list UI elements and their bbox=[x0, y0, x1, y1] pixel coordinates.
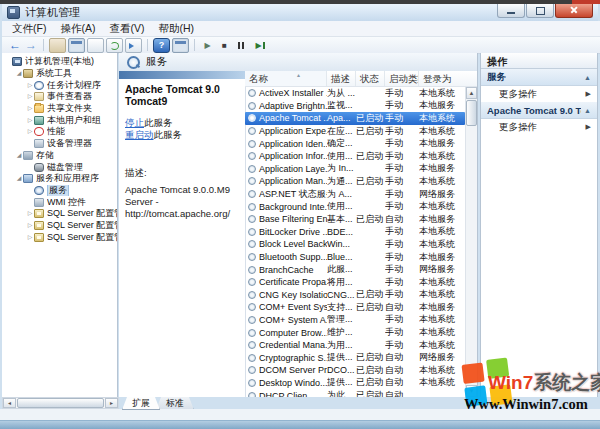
service-row[interactable]: Desktop Windo... 提供... 已启动 自动 本地系统 bbox=[245, 377, 465, 390]
refresh-icon[interactable] bbox=[106, 38, 123, 53]
scrollbar-thumb[interactable] bbox=[17, 398, 104, 408]
expander-icon[interactable]: ▷ bbox=[26, 80, 34, 91]
export-list-icon[interactable] bbox=[125, 38, 142, 53]
menu-help[interactable]: 帮助(H) bbox=[151, 22, 201, 36]
maximize-button[interactable] bbox=[526, 4, 554, 18]
service-row[interactable]: Certificate Propa... 将用... 手动 本地系统 bbox=[245, 276, 465, 289]
service-row[interactable]: COM+ Event Sys... 支持... 已启动 自动 本地服务 bbox=[245, 301, 465, 314]
minimize-button[interactable] bbox=[497, 4, 525, 18]
service-row[interactable]: Credential Mana... 为用... 手动 本地系统 bbox=[245, 339, 465, 352]
collapse-icon[interactable]: ▲ bbox=[584, 74, 591, 81]
service-row[interactable]: Background Inte... 使用... 手动 本地系统 bbox=[245, 200, 465, 213]
restart-service-icon[interactable] bbox=[251, 39, 266, 52]
pause-service-icon[interactable] bbox=[234, 39, 249, 52]
service-row[interactable]: Application Laye... 为 In... 手动 本地服务 bbox=[245, 163, 465, 176]
service-gear-icon bbox=[248, 177, 256, 185]
expander-icon[interactable]: ◢ bbox=[15, 68, 23, 79]
tree-item[interactable]: ▷ 任务计划程序 bbox=[2, 79, 117, 91]
tree-item[interactable]: ◢ 系统工具 bbox=[2, 68, 117, 80]
menu-view[interactable]: 查看(V) bbox=[102, 22, 151, 36]
service-row[interactable]: DCOM Server Pr... DCO... 已启动 自动 本地系统 bbox=[245, 364, 465, 377]
expander-icon[interactable]: ▷ bbox=[26, 103, 34, 114]
scroll-left-icon[interactable]: ◂ bbox=[3, 398, 16, 408]
expander-icon[interactable]: ◢ bbox=[15, 173, 23, 184]
column-header-description[interactable]: 描述 bbox=[327, 71, 356, 86]
service-row[interactable]: Computer Brow... 维护... 手动 本地系统 bbox=[245, 326, 465, 339]
menu-file[interactable]: 文件(F) bbox=[5, 22, 53, 36]
column-header-startup-type[interactable]: 启动类型 bbox=[385, 71, 419, 86]
tree-item[interactable]: ◢ 服务和应用程序 bbox=[2, 173, 117, 185]
stop-service-icon[interactable] bbox=[217, 39, 232, 52]
back-icon[interactable] bbox=[8, 39, 22, 52]
scrollbar-thumb[interactable] bbox=[466, 100, 477, 126]
service-row[interactable]: Application Expe... 在应... 已启动 手动 本地系统 bbox=[245, 125, 465, 138]
start-service-icon[interactable] bbox=[200, 39, 215, 52]
service-row[interactable]: Apache Tomcat ... Apa... 已启动 手动 本地系统 bbox=[245, 112, 465, 125]
service-gear-icon bbox=[248, 114, 256, 122]
tools-icon bbox=[23, 69, 33, 78]
tree-item[interactable]: ▷ 事件查看器 bbox=[2, 91, 117, 103]
tree-item[interactable]: WMI 控件 bbox=[2, 196, 117, 208]
service-row[interactable]: BitLocker Drive ... BDE... 手动 本地系统 bbox=[245, 226, 465, 239]
tree-item[interactable]: ▷ SQL Server 配置管理器 bbox=[2, 208, 117, 220]
service-row[interactable]: Adaptive Brightn... 监视... 手动 本地服务 bbox=[245, 100, 465, 113]
titlebar[interactable]: 计算机管理 bbox=[2, 4, 598, 22]
tree-item[interactable]: ▷ 性能 bbox=[2, 126, 117, 138]
column-header-status[interactable]: 状态 bbox=[356, 71, 385, 86]
tree-item[interactable]: ▷ 本地用户和组 bbox=[2, 114, 117, 126]
expander-icon[interactable]: ▷ bbox=[26, 126, 34, 137]
column-header-name[interactable]: 名称▴ bbox=[245, 71, 327, 86]
tree-item[interactable]: ▷ SQL Server 配置管理器 bbox=[2, 231, 117, 243]
service-row[interactable]: Base Filtering En... 基本... 已启动 自动 本地服务 bbox=[245, 213, 465, 226]
expander-icon[interactable]: ◢ bbox=[15, 150, 23, 161]
menu-action[interactable]: 操作(A) bbox=[53, 22, 102, 36]
tree-item[interactable]: 设备管理器 bbox=[2, 138, 117, 150]
service-row[interactable]: Cryptographic S... 提供... 已启动 自动 网络服务 bbox=[245, 351, 465, 364]
expander-icon[interactable]: ▷ bbox=[26, 115, 34, 126]
more-actions-apache-tomcat[interactable]: 更多操作 ▶ bbox=[481, 119, 597, 135]
tree-item[interactable]: 磁盘管理 bbox=[2, 161, 117, 173]
action-pane-icon[interactable] bbox=[172, 38, 189, 53]
service-row[interactable]: Application Man... 为通... 已启动 手动 本地系统 bbox=[245, 175, 465, 188]
expander-icon[interactable]: ▷ bbox=[26, 232, 34, 243]
more-actions-services[interactable]: 更多操作 ▶ bbox=[481, 86, 597, 102]
tree-item[interactable]: ▷ 共享文件夹 bbox=[2, 103, 117, 115]
tree-horizontal-scrollbar[interactable]: ◂ ▸ bbox=[2, 397, 119, 409]
service-row[interactable]: CNG Key Isolation CNG... 已启动 手动 本地系统 bbox=[245, 289, 465, 302]
service-row[interactable]: Block Level Back... Win... 手动 本地系统 bbox=[245, 238, 465, 251]
tree-item[interactable]: 服务 bbox=[2, 185, 117, 197]
console-window-icon[interactable] bbox=[68, 38, 85, 53]
service-row[interactable]: Bluetooth Supp... Blue... 手动 本地服务 bbox=[245, 251, 465, 264]
scroll-up-icon[interactable]: ▲ bbox=[466, 87, 477, 99]
service-row[interactable]: Application Iden... 确定... 手动 本地服务 bbox=[245, 137, 465, 150]
sort-ascending-icon: ▴ bbox=[297, 71, 300, 78]
actions-section-apache-tomcat[interactable]: Apache Tomcat 9.0 Tomc... ▲ bbox=[481, 102, 597, 119]
service-gear-icon bbox=[248, 190, 256, 198]
service-row[interactable]: ASP.NET 状态服务 为 A... 手动 网络服务 bbox=[245, 188, 465, 201]
actions-section-services[interactable]: 服务 ▲ bbox=[481, 69, 597, 86]
service-row[interactable]: COM+ System A... 管理... 手动 本地系统 bbox=[245, 314, 465, 327]
service-row[interactable]: ActiveX Installer ... 为从 ... 手动 本地系统 bbox=[245, 87, 465, 100]
properties-icon[interactable] bbox=[87, 38, 104, 53]
expander-icon[interactable]: ▷ bbox=[26, 220, 34, 231]
expander-icon[interactable]: ▷ bbox=[26, 91, 34, 102]
forward-icon[interactable] bbox=[24, 39, 38, 52]
tree-item[interactable]: 计算机管理(本地) bbox=[2, 56, 117, 68]
console-tree-icon[interactable] bbox=[49, 38, 66, 53]
scroll-right-icon[interactable]: ▸ bbox=[105, 398, 118, 408]
service-row[interactable]: BranchCache 此服... 手动 网络服务 bbox=[245, 263, 465, 276]
service-row[interactable]: DHCP Clien... 为此... 已启动 自动 bbox=[245, 389, 465, 397]
tree-item[interactable]: ◢ 存储 bbox=[2, 150, 117, 162]
help-icon[interactable] bbox=[153, 38, 170, 53]
list-vertical-scrollbar[interactable]: ▲ ▼ bbox=[465, 87, 477, 397]
scroll-down-icon[interactable]: ▼ bbox=[466, 385, 477, 397]
close-button[interactable] bbox=[555, 4, 593, 18]
column-header-logon-as[interactable]: 登录为 bbox=[419, 71, 466, 86]
stop-service-link[interactable]: 停止 bbox=[125, 117, 144, 128]
tab-extended[interactable]: 扩展 bbox=[122, 397, 160, 410]
tree-item[interactable]: ▷ SQL Server 配置管理器 bbox=[2, 220, 117, 232]
restart-service-link[interactable]: 重启动 bbox=[125, 129, 154, 140]
service-row[interactable]: Application Infor... 使用... 已启动 手动 本地系统 bbox=[245, 150, 465, 163]
collapse-icon[interactable]: ▲ bbox=[584, 107, 591, 114]
expander-icon[interactable]: ▷ bbox=[26, 208, 34, 219]
